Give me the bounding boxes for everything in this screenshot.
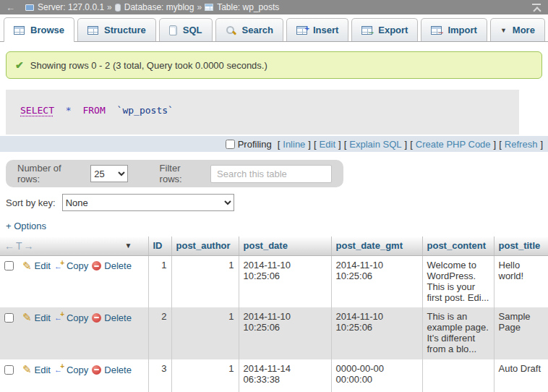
delete-row-link[interactable]: Delete [92, 365, 132, 375]
edit-query-link[interactable]: Edit [320, 139, 335, 150]
cell-post-content [422, 359, 494, 392]
tab-export[interactable]: → Export [351, 18, 418, 41]
tab-label: Browse [30, 25, 64, 35]
database-icon [115, 4, 121, 12]
pencil-icon: ✎ [22, 363, 32, 376]
breadcrumb-separator: » [197, 2, 202, 12]
cell-post-date-gmt: 2014-11-10 10:25:06 [331, 307, 422, 359]
tab-label: SQL [183, 25, 202, 35]
column-header-post-author[interactable]: post_author [171, 237, 239, 255]
tab-label: Insert [313, 25, 338, 35]
header-row: ←T→ ▼ ID post_author post_date post_date… [0, 237, 548, 255]
bracket: ] [540, 139, 543, 150]
server-icon [25, 4, 34, 11]
tab-label: Import [448, 25, 476, 35]
import-icon: → [431, 26, 442, 35]
sort-by-key-select[interactable]: None [62, 194, 234, 211]
create-php-code-link[interactable]: Create PHP Code [416, 139, 491, 150]
column-header-post-date[interactable]: post_date [239, 237, 331, 255]
edit-row-link[interactable]: ✎Edit [22, 260, 51, 273]
filter-rows-input[interactable] [210, 165, 332, 183]
copy-row-link[interactable]: ←+Copy [54, 365, 88, 375]
cell-id: 2 [148, 307, 171, 359]
row-checkbox[interactable] [4, 261, 14, 270]
check-icon: ✔ [15, 59, 24, 71]
rows-control-bar: Number of rows: 25 Filter rows: [6, 160, 343, 187]
row-checkbox[interactable] [4, 365, 14, 375]
sort-by-key-label: Sort by key: [6, 197, 56, 208]
column-marker-t-icon[interactable]: T [16, 240, 24, 252]
breadcrumb-bar: ← Server: 127.0.0.1 » Database: myblog »… [0, 0, 548, 14]
delete-icon [92, 261, 101, 270]
explain-sql-link[interactable]: Explain SQL [349, 139, 401, 150]
tab-import[interactable]: → Import [421, 18, 487, 41]
bracket: [ [499, 139, 502, 150]
copy-icon: ←+ [54, 313, 64, 322]
cell-post-title: Hello world! [494, 255, 548, 307]
table-label: Table: wp_posts [217, 2, 279, 12]
structure-icon [87, 26, 98, 35]
table-row: ✎Edit ←+Copy Delete 1 1 2014-11-10 10:25… [0, 255, 548, 307]
row-checkbox[interactable] [4, 313, 14, 323]
column-header-id[interactable]: ID [148, 237, 171, 255]
bracket: ] [405, 139, 408, 150]
copy-row-link[interactable]: ←+Copy [54, 260, 88, 271]
cell-post-date-gmt: 2014-11-10 10:25:06 [331, 255, 422, 307]
tab-sql[interactable]: SQL [159, 18, 213, 41]
tab-more[interactable]: ▼ More [490, 18, 545, 41]
bracket: ] [494, 139, 497, 150]
cell-post-date: 2014-11-10 10:25:06 [239, 307, 331, 359]
breadcrumb-server[interactable]: Server: 127.0.0.1 [25, 2, 104, 12]
bracket: ] [308, 139, 311, 150]
tab-structure[interactable]: Structure [77, 18, 156, 41]
sort-by-key-row: Sort by key: None [6, 194, 548, 211]
insert-icon: + [296, 26, 307, 35]
sql-keyword-select[interactable]: SELECT [20, 105, 54, 116]
breadcrumb-database[interactable]: Database: myblog [115, 2, 194, 12]
inline-link[interactable]: Inline [283, 139, 305, 150]
column-marker-left-icon[interactable]: ← [4, 240, 16, 252]
cell-id: 3 [148, 359, 171, 392]
bracket: [ [314, 139, 317, 150]
delete-row-link[interactable]: Delete [92, 312, 132, 323]
sql-keyword-from: FROM [82, 105, 105, 116]
tab-label: More [513, 25, 535, 35]
sort-descending-icon[interactable]: ▼ [125, 242, 132, 250]
export-icon: → [361, 26, 372, 35]
table-row: ✎Edit ←+Copy Delete 3 1 2014-11-14 06:33… [0, 359, 548, 392]
breadcrumb-separator: » [107, 2, 112, 12]
filter-rows-label: Filter rows: [160, 163, 204, 184]
server-label: Server: 127.0.0.1 [38, 2, 104, 12]
edit-row-link[interactable]: ✎Edit [22, 363, 51, 376]
tab-search[interactable]: Search [215, 18, 283, 41]
collapse-panel-icon[interactable] [531, 3, 542, 12]
number-of-rows-select[interactable]: 25 [90, 165, 128, 182]
sql-query-box: SELECT * FROM `wp_posts` [6, 90, 519, 135]
back-arrow-icon[interactable]: ← [6, 2, 15, 13]
bracket: ] [338, 139, 341, 150]
column-marker-right-icon[interactable]: → [24, 240, 35, 252]
column-header-post-content[interactable]: post_content [422, 237, 494, 255]
tab-label: Export [378, 25, 408, 35]
tab-insert[interactable]: + Insert [286, 18, 348, 41]
sql-table-ref: `wp_posts` [117, 105, 174, 116]
profiling-checkbox[interactable] [226, 140, 235, 149]
cell-post-author: 1 [171, 255, 239, 307]
chevron-down-icon: ▼ [500, 27, 507, 34]
refresh-link[interactable]: Refresh [505, 139, 538, 150]
delete-icon [92, 313, 101, 323]
delete-icon [92, 365, 101, 375]
copy-row-link[interactable]: ←+Copy [54, 312, 88, 323]
table-row: ✎Edit ←+Copy Delete 2 1 2014-11-10 10:25… [0, 307, 548, 359]
column-header-post-title[interactable]: post_title [494, 237, 548, 255]
pencil-icon: ✎ [22, 311, 32, 324]
cell-post-title: Sample Page [494, 307, 548, 359]
options-toggle[interactable]: + Options [6, 221, 46, 231]
tab-browse[interactable]: Browse [4, 17, 74, 42]
edit-row-link[interactable]: ✎Edit [22, 311, 51, 324]
delete-row-link[interactable]: Delete [92, 260, 132, 271]
column-header-post-date-gmt[interactable]: post_date_gmt [331, 237, 422, 255]
breadcrumb-table[interactable]: Table: wp_posts [205, 2, 279, 12]
browse-icon [14, 26, 25, 35]
column-controls-header: ←T→ ▼ [0, 237, 148, 255]
